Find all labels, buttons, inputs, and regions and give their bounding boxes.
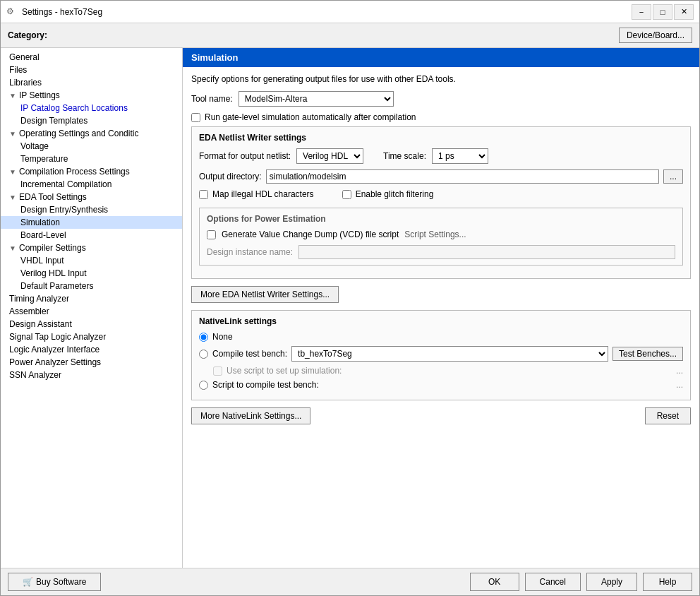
sidebar-item-simulation[interactable]: Simulation — [1, 216, 182, 229]
checkboxes-row: Map illegal HDL characters Enable glitch… — [199, 189, 683, 203]
run-gate-level-checkbox[interactable] — [191, 113, 200, 122]
sidebar-item-ip-catalog-search[interactable]: IP Catalog Search Locations — [1, 102, 182, 114]
use-script-label: Use script to set up simulation: — [227, 366, 342, 376]
sidebar-item-design-assistant[interactable]: Design Assistant — [1, 318, 182, 330]
tool-name-label: Tool name: — [191, 94, 233, 104]
none-radio[interactable] — [199, 333, 208, 342]
more-nativelink-row: More NativeLink Settings... Reset — [191, 407, 691, 424]
sidebar-item-ssn-analyzer[interactable]: SSN Analyzer — [1, 369, 182, 381]
expand-icon-operating: ▼ — [9, 130, 16, 138]
apply-button[interactable]: Apply — [586, 573, 637, 591]
sidebar-item-default-parameters[interactable]: Default Parameters — [1, 280, 182, 292]
script-compile-browse[interactable]: ... — [676, 380, 683, 390]
enable-glitch-row: Enable glitch filtering — [342, 189, 434, 199]
sidebar: General Files Libraries ▼ IP Settings IP… — [1, 48, 183, 568]
main-panel: Simulation Specify options for generatin… — [183, 48, 699, 568]
sidebar-item-timing-analyzer[interactable]: Timing Analyzer — [1, 292, 182, 305]
cart-icon: 🛒 — [23, 577, 33, 587]
run-gate-level-label[interactable]: Run gate-level simulation automatically … — [205, 112, 416, 122]
header-bar: Category: Device/Board... — [1, 23, 699, 48]
output-dir-input[interactable] — [266, 169, 659, 184]
window-controls: − □ ✕ — [632, 4, 694, 20]
power-estimation-section: Options for Power Estimation Generate Va… — [199, 208, 683, 266]
script-compile-radio[interactable] — [199, 381, 208, 390]
use-script-browse[interactable]: ... — [676, 366, 683, 376]
sidebar-item-eda-tool-settings[interactable]: ▼ EDA Tool Settings — [1, 191, 182, 203]
map-illegal-checkbox[interactable] — [199, 190, 208, 199]
expand-icon-compilation: ▼ — [9, 168, 16, 176]
buy-software-button[interactable]: 🛒 Buy Software — [8, 573, 101, 591]
compile-testbench-label[interactable]: Compile test bench: — [212, 349, 287, 359]
map-illegal-row: Map illegal HDL characters — [199, 189, 314, 199]
output-dir-label: Output directory: — [199, 172, 262, 181]
panel-description: Specify options for generating output fi… — [191, 74, 691, 84]
use-script-row: Use script to set up simulation: ... — [213, 366, 683, 376]
maximize-button[interactable]: □ — [653, 4, 672, 20]
map-illegal-label[interactable]: Map illegal HDL characters — [212, 189, 314, 199]
device-board-button[interactable]: Device/Board... — [619, 28, 692, 43]
sidebar-item-files[interactable]: Files — [1, 64, 182, 76]
ok-button[interactable]: OK — [470, 573, 519, 591]
script-compile-label[interactable]: Script to compile test bench: — [212, 380, 319, 390]
sidebar-item-libraries[interactable]: Libraries — [1, 76, 182, 89]
reset-button[interactable]: Reset — [645, 407, 691, 424]
expand-icon-eda: ▼ — [9, 193, 16, 201]
output-dir-row: Output directory: ... — [199, 169, 683, 184]
sidebar-item-compiler-settings[interactable]: ▼ Compiler Settings — [1, 242, 182, 254]
sidebar-item-compilation-process[interactable]: ▼ Compilation Process Settings — [1, 165, 182, 178]
generate-vcd-label[interactable]: Generate Value Change Dump (VCD) file sc… — [222, 230, 399, 239]
timescale-select[interactable]: 1 ps 10 ps 100 ps 1 ns — [432, 148, 488, 164]
design-instance-label: Design instance name: — [207, 247, 293, 257]
compile-testbench-row: Compile test bench: tb_hexTo7Seg Test Be… — [199, 346, 683, 362]
sidebar-item-logic-analyzer[interactable]: Logic Analyzer Interface — [1, 343, 182, 356]
sidebar-item-design-entry[interactable]: Design Entry/Synthesis — [1, 203, 182, 216]
design-instance-row: Design instance name: — [207, 245, 675, 259]
panel-body: Specify options for generating output fi… — [183, 67, 699, 568]
testbench-select[interactable]: tb_hexTo7Seg — [291, 346, 608, 362]
tool-name-row: Tool name: ModelSim-Altera ModelSim VCS … — [191, 91, 691, 107]
main-content: General Files Libraries ▼ IP Settings IP… — [1, 48, 699, 568]
more-eda-settings-button[interactable]: More EDA Netlist Writer Settings... — [191, 286, 339, 303]
script-compile-row: Script to compile test bench: ... — [199, 380, 683, 390]
window-title: Settings - hexTo7Seg — [22, 7, 632, 17]
script-settings-link[interactable]: Script Settings... — [404, 230, 466, 239]
expand-icon-compiler: ▼ — [9, 244, 16, 252]
panel-title: Simulation — [183, 48, 699, 67]
sidebar-item-design-templates[interactable]: Design Templates — [1, 114, 182, 127]
browse-button[interactable]: ... — [663, 169, 683, 184]
tool-name-select[interactable]: ModelSim-Altera ModelSim VCS Questa — [239, 91, 394, 107]
sidebar-item-incremental-compilation[interactable]: Incremental Compilation — [1, 178, 182, 191]
nativelink-title: NativeLink settings — [199, 316, 683, 326]
format-select[interactable]: Verilog HDL VHDL — [296, 148, 363, 164]
help-button[interactable]: Help — [643, 573, 692, 591]
sidebar-item-operating-settings[interactable]: ▼ Operating Settings and Conditic — [1, 127, 182, 140]
more-nativelink-button[interactable]: More NativeLink Settings... — [191, 407, 310, 424]
sidebar-item-board-level[interactable]: Board-Level — [1, 229, 182, 242]
settings-window: ⚙ Settings - hexTo7Seg − □ ✕ Category: D… — [0, 0, 700, 596]
run-gate-level-row: Run gate-level simulation automatically … — [191, 112, 691, 122]
sidebar-item-voltage[interactable]: Voltage — [1, 140, 182, 153]
sidebar-item-temperature[interactable]: Temperature — [1, 153, 182, 165]
enable-glitch-checkbox[interactable] — [342, 190, 351, 199]
timescale-label: Time scale: — [383, 151, 426, 161]
cancel-button[interactable]: Cancel — [525, 573, 581, 591]
sidebar-item-signal-tap[interactable]: Signal Tap Logic Analyzer — [1, 330, 182, 343]
design-instance-input[interactable] — [298, 245, 675, 259]
category-label: Category: — [8, 30, 47, 40]
sidebar-item-verilog-hdl-input[interactable]: Verilog HDL Input — [1, 267, 182, 280]
footer: 🛒 Buy Software OK Cancel Apply Help — [1, 568, 699, 595]
sidebar-item-ip-settings[interactable]: ▼ IP Settings — [1, 89, 182, 102]
none-radio-row: None — [199, 332, 683, 342]
generate-vcd-checkbox[interactable] — [207, 230, 216, 239]
close-button[interactable]: ✕ — [674, 4, 694, 20]
sidebar-item-vhdl-input[interactable]: VHDL Input — [1, 254, 182, 267]
sidebar-item-general[interactable]: General — [1, 51, 182, 64]
minimize-button[interactable]: − — [632, 4, 651, 20]
compile-testbench-radio[interactable] — [199, 350, 208, 359]
use-script-checkbox[interactable] — [213, 366, 222, 376]
sidebar-item-power-analyzer[interactable]: Power Analyzer Settings — [1, 356, 182, 369]
enable-glitch-label[interactable]: Enable glitch filtering — [356, 189, 434, 199]
none-label[interactable]: None — [212, 332, 233, 342]
sidebar-item-assembler[interactable]: Assembler — [1, 305, 182, 318]
test-benches-button[interactable]: Test Benches... — [612, 347, 683, 361]
